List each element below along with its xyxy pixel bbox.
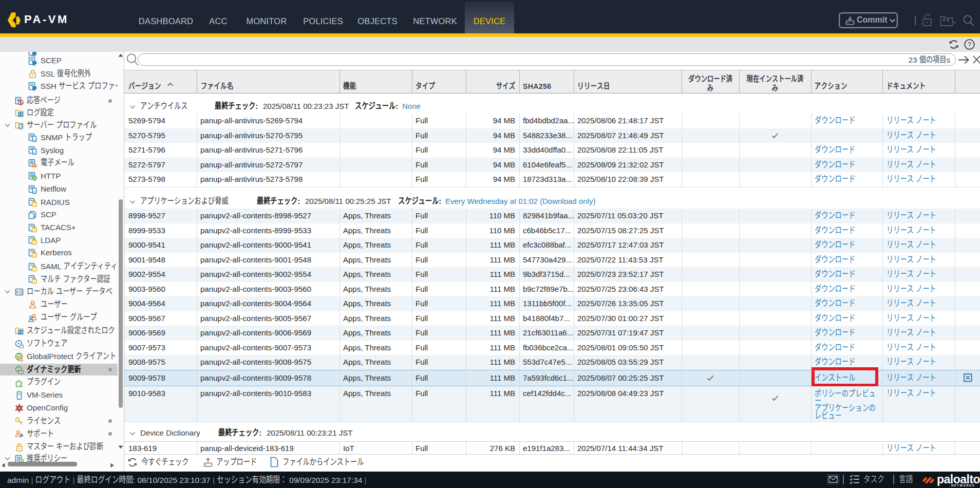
svg-text:?: ? [968,41,972,48]
